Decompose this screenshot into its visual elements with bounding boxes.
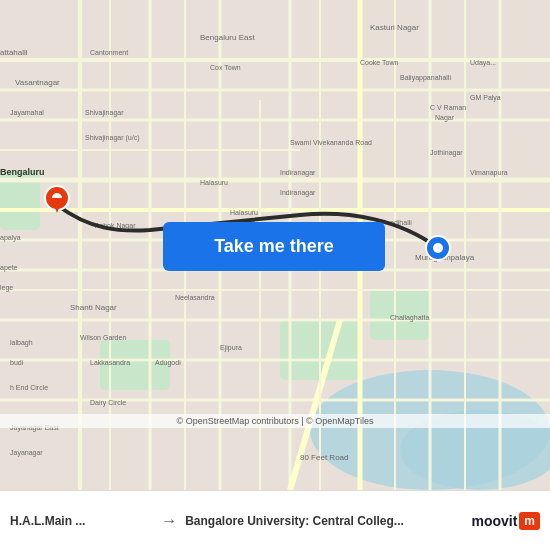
map-attribution: © OpenStreetMap contributors | © OpenMap…: [0, 414, 550, 428]
svg-text:Shanti Nagar: Shanti Nagar: [70, 303, 117, 312]
svg-text:Dairy Circle: Dairy Circle: [90, 399, 126, 407]
svg-text:Nagar: Nagar: [435, 114, 455, 122]
to-stop-label: Bangalore University: Central Colleg...: [185, 514, 471, 528]
svg-text:Jothinagar: Jothinagar: [430, 149, 463, 157]
svg-text:Halasuru: Halasuru: [230, 209, 258, 216]
svg-text:Halasuru: Halasuru: [200, 179, 228, 186]
svg-text:attahalll: attahalll: [0, 48, 28, 57]
svg-text:Bengaluru East: Bengaluru East: [200, 33, 255, 42]
svg-text:Jayamahal: Jayamahal: [10, 109, 44, 117]
svg-text:80 Feet Road: 80 Feet Road: [300, 453, 348, 462]
svg-text:Swami Vivekananda Road: Swami Vivekananda Road: [290, 139, 372, 146]
svg-text:Shivajinagar (u/c): Shivajinagar (u/c): [85, 134, 139, 142]
svg-text:Kasturi Nagar: Kasturi Nagar: [370, 23, 419, 32]
svg-text:C V Raman: C V Raman: [430, 104, 466, 111]
svg-text:budi: budi: [10, 359, 24, 366]
moovit-wordmark: moovit: [471, 513, 517, 529]
svg-text:Neelasandra: Neelasandra: [175, 294, 215, 301]
svg-text:Indiranagar: Indiranagar: [280, 189, 316, 197]
svg-text:Challaghatta: Challaghatta: [390, 314, 429, 322]
from-stop-label: H.A.L.Main ...: [10, 514, 153, 528]
svg-text:lalbagh: lalbagh: [10, 339, 33, 347]
svg-text:Adugodi: Adugodi: [155, 359, 181, 367]
arrow-icon: →: [161, 512, 177, 530]
svg-text:apalya: apalya: [0, 234, 21, 242]
moovit-logo: moovit m: [471, 512, 540, 530]
svg-text:Wilson Garden: Wilson Garden: [80, 334, 126, 341]
svg-text:Vimanapura: Vimanapura: [470, 169, 508, 177]
svg-text:lege: lege: [0, 284, 13, 292]
svg-text:Indiranagar: Indiranagar: [280, 169, 316, 177]
svg-text:Udaya...: Udaya...: [470, 59, 496, 67]
svg-text:GM Palya: GM Palya: [470, 94, 501, 102]
svg-text:Cooke Town: Cooke Town: [360, 59, 399, 66]
svg-text:Cantonment: Cantonment: [90, 49, 128, 56]
svg-text:Bengaluru: Bengaluru: [0, 167, 45, 177]
svg-text:Jayanagar: Jayanagar: [10, 449, 43, 457]
take-me-there-button[interactable]: Take me there: [163, 222, 385, 271]
svg-point-80: [433, 243, 443, 253]
moovit-icon: m: [519, 512, 540, 530]
svg-text:Cox Town: Cox Town: [210, 64, 241, 71]
svg-text:Shivajinagar: Shivajinagar: [85, 109, 124, 117]
svg-text:apete: apete: [0, 264, 18, 272]
svg-text:Baliyappanahalli: Baliyappanahalli: [400, 74, 451, 82]
bottom-bar: H.A.L.Main ... → Bangalore University: C…: [0, 490, 550, 550]
svg-text:Lakkasandra: Lakkasandra: [90, 359, 130, 366]
svg-text:Vasantnagar: Vasantnagar: [15, 78, 60, 87]
svg-text:Ejipura: Ejipura: [220, 344, 242, 352]
map-container: Vasantnagar Cantonment Bengaluru East Ka…: [0, 0, 550, 490]
svg-text:h End Circle: h End Circle: [10, 384, 48, 391]
